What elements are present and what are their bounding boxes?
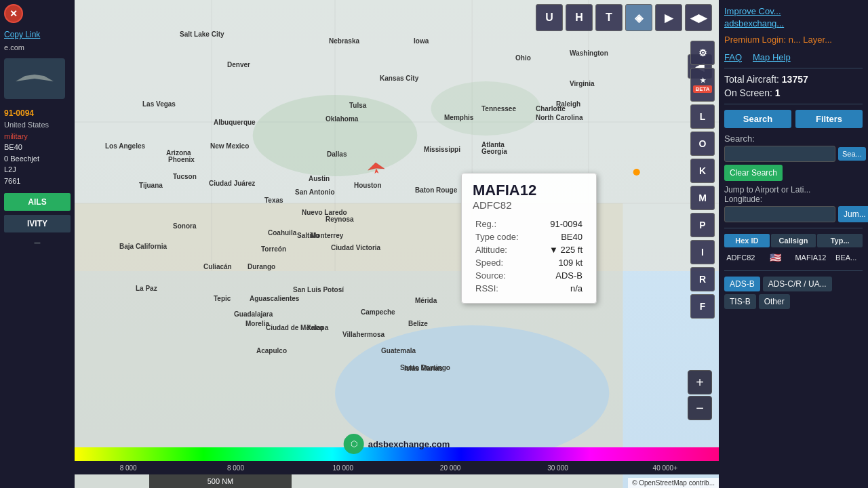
altitude-labels: 8 000 8 000 10 000 20 000 30 000 40 000+ <box>75 461 719 474</box>
adsb-exchange-link[interactable]: adsbexchang... <box>724 18 863 30</box>
search-label: Search: <box>724 134 863 144</box>
u-button[interactable]: U <box>536 4 563 31</box>
city-guadalajara: Guadalajara <box>234 310 273 318</box>
city-san-antonio: San Antonio <box>295 188 335 196</box>
arrows-button[interactable]: ◀▶ <box>685 4 712 31</box>
close-button[interactable]: ✕ <box>4 4 23 23</box>
m-button[interactable]: M <box>690 186 715 210</box>
aircraft-hex: ADFC82 <box>473 199 585 211</box>
aircraft-info: 91-0094 United States military BE40 0 Be… <box>0 104 75 189</box>
zoom-controls: + − <box>688 370 712 420</box>
city-guatemala: Guatemala <box>381 347 416 354</box>
state-nc: North Carolina <box>536 114 583 121</box>
city-austin: Austin <box>309 175 330 182</box>
city-san-luis-potosi: San Luis Potosí <box>293 286 344 293</box>
header-callsign[interactable]: Callsign <box>771 234 816 247</box>
t-button[interactable]: T <box>595 4 623 31</box>
state-coahuila: Coahuila <box>268 229 296 237</box>
o-button[interactable]: O <box>690 131 715 156</box>
search-submit-button[interactable]: Sea... <box>838 147 866 161</box>
star-beta-button[interactable]: ★ BETA <box>690 68 715 102</box>
city-memphis: Memphis <box>444 114 473 121</box>
activity-button[interactable]: IVITY <box>4 215 71 232</box>
header-hex-id[interactable]: Hex ID <box>724 234 770 247</box>
map-area[interactable]: Salt Lake City Denver Nebraska Iowa Kans… <box>75 0 719 488</box>
city-tulsa: Tulsa <box>349 102 366 109</box>
copy-link[interactable]: Copy Link <box>0 27 75 42</box>
top-toolbar: U H T ◈ ▶ ◀▶ <box>536 4 712 31</box>
h-button[interactable]: H <box>566 4 593 31</box>
on-screen-stat: On Screen: 1 <box>724 87 863 98</box>
svg-point-9 <box>253 95 418 176</box>
aircraft-popup: MAFIA12 ADFC82 Reg.: 91-0094 Type code: … <box>461 173 597 304</box>
p-button[interactable]: P <box>690 213 715 237</box>
clear-search-button[interactable]: Clear Search <box>724 165 783 181</box>
city-denver: Denver <box>227 61 250 68</box>
state-nebraska: Nebraska <box>329 37 359 45</box>
total-aircraft-stat: Total Aircraft: 13757 <box>724 74 863 85</box>
faq-link[interactable]: FAQ <box>724 52 742 62</box>
layers-button[interactable]: ◈ <box>625 4 652 31</box>
l-button[interactable]: L <box>690 104 715 129</box>
cell-flag: 🇺🇸 <box>759 250 792 265</box>
cell-type: BEA... <box>829 251 863 264</box>
search-button[interactable]: Search <box>724 110 791 128</box>
table-row[interactable]: ADFC82 🇺🇸 MAFIA12 BEA... <box>724 250 863 265</box>
city-villahermosa: Villahermosa <box>342 331 384 338</box>
city-dallas: Dallas <box>327 150 347 158</box>
next-button[interactable]: ▶ <box>655 4 682 31</box>
city-la-paz: La Paz <box>136 285 157 292</box>
state-sonora: Sonora <box>173 222 196 230</box>
source-tisb[interactable]: TIS-B <box>724 294 756 309</box>
state-iowa: Iowa <box>414 37 429 45</box>
r-button[interactable]: R <box>690 267 715 291</box>
search-input[interactable] <box>724 146 835 162</box>
city-tucson: Tucson <box>173 173 197 180</box>
islands-islas: Islas Marías <box>404 365 443 372</box>
city-phoenix: Phoenix <box>168 156 195 163</box>
city-morelia: Morelia <box>245 320 269 327</box>
header-type[interactable]: Typ... <box>817 234 863 247</box>
city-raleigh: Raleigh <box>556 100 580 108</box>
state-texas: Texas <box>264 197 283 204</box>
city-saltillo: Saltillo <box>297 232 319 239</box>
aircraft-callsign: MAFIA12 <box>473 182 585 199</box>
cell-callsign: MAFIA12 <box>793 251 828 264</box>
premium-login: Premium Login: n... Layer... <box>724 34 863 46</box>
right-toolbar: ⚙ ★ BETA L O K M P I R F <box>690 41 715 319</box>
source-adsc[interactable]: ADS-C/R / UA... <box>763 277 832 291</box>
panel-nav-links: FAQ Map Help <box>724 52 863 62</box>
city-las-vegas: Las Vegas <box>142 100 176 108</box>
state-new-mexico: New Mexico <box>210 142 249 150</box>
map-svg <box>75 0 719 488</box>
state-washington: Washington <box>570 49 608 57</box>
improve-coverage-link[interactable]: Improve Cov... <box>724 5 863 18</box>
city-albuquerque: Albuquerque <box>214 119 256 126</box>
jump-input[interactable] <box>724 206 835 222</box>
search-filter-buttons: Search Filters <box>724 110 863 128</box>
details-button[interactable]: AILS <box>4 193 71 211</box>
zoom-out-button[interactable]: − <box>688 396 712 420</box>
settings-button[interactable]: ⚙ <box>690 41 715 65</box>
f-button[interactable]: F <box>690 294 715 319</box>
divider-3 <box>724 228 863 228</box>
city-kansas-city: Kansas City <box>380 75 418 82</box>
source-other[interactable]: Other <box>759 294 790 309</box>
aircraft-details-table: Reg.: 91-0094 Type code: BE40 Altitude: … <box>473 218 585 295</box>
i-button[interactable]: I <box>690 240 715 264</box>
city-baton-rouge: Baton Rouge <box>415 186 457 194</box>
aircraft-thumbnail <box>4 58 65 99</box>
jump-button[interactable]: Jum... <box>838 206 868 222</box>
city-durango: Durango <box>248 263 275 270</box>
filters-button[interactable]: Filters <box>795 110 863 128</box>
aircraft-table-header: Hex ID Callsign Typ... <box>724 234 863 247</box>
map-attribution: © OpenStreetMap contrib... <box>628 478 719 488</box>
jump-section: Jump to Airport or Lati...Longitude: Jum… <box>724 185 863 222</box>
source-adsb[interactable]: ADS-B <box>724 277 760 291</box>
left-sidebar: ✕ Copy Link e.com 91-0094 United States … <box>0 0 75 488</box>
zoom-in-button[interactable]: + <box>688 370 712 394</box>
city-reynosa: Reynosa <box>326 216 354 223</box>
k-button[interactable]: K <box>690 159 715 183</box>
map-help-link[interactable]: Map Help <box>753 52 791 62</box>
city-aguascalientes: Aguascalientes <box>250 295 299 302</box>
